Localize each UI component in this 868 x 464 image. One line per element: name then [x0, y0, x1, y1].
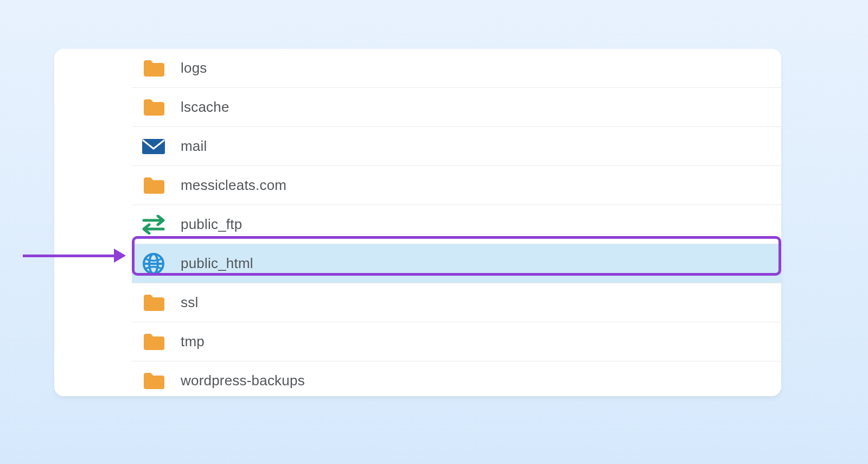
folder-icon	[142, 330, 165, 354]
file-row-label: wordpress-backups	[181, 372, 305, 389]
file-row-label: lscache	[181, 99, 229, 116]
file-row-wordpress-backups[interactable]: wordpress-backups	[132, 361, 781, 396]
file-row-public-html[interactable]: public_html	[132, 244, 781, 283]
file-row-label: mail	[181, 138, 207, 155]
file-row-mail[interactable]: mail	[132, 127, 781, 166]
folder-icon	[142, 369, 165, 393]
file-row-lscache[interactable]: lscache	[132, 88, 781, 127]
file-row-label: tmp	[181, 333, 205, 350]
file-row-public-ftp[interactable]: public_ftp	[132, 205, 781, 244]
folder-icon	[142, 291, 165, 315]
folder-icon	[142, 96, 165, 119]
folder-icon	[142, 174, 165, 198]
folder-icon	[142, 56, 165, 80]
file-manager-panel: logslscachemailmessicleats.compublic_ftp…	[54, 49, 781, 396]
file-row-label: messicleats.com	[181, 177, 286, 194]
file-row-ssl[interactable]: ssl	[132, 283, 781, 322]
file-row-label: logs	[181, 60, 207, 77]
file-row-tmp[interactable]: tmp	[132, 322, 781, 361]
sidebar-placeholder	[54, 49, 132, 396]
mail-icon	[142, 135, 165, 158]
file-row-label: public_ftp	[181, 216, 242, 233]
file-list: logslscachemailmessicleats.compublic_ftp…	[132, 49, 781, 396]
file-row-messicleats-com[interactable]: messicleats.com	[132, 166, 781, 205]
globe-icon	[142, 252, 165, 276]
file-row-label: public_html	[181, 255, 253, 272]
transfer-icon	[142, 213, 165, 237]
file-row-logs[interactable]: logs	[132, 49, 781, 88]
file-row-label: ssl	[181, 294, 198, 311]
